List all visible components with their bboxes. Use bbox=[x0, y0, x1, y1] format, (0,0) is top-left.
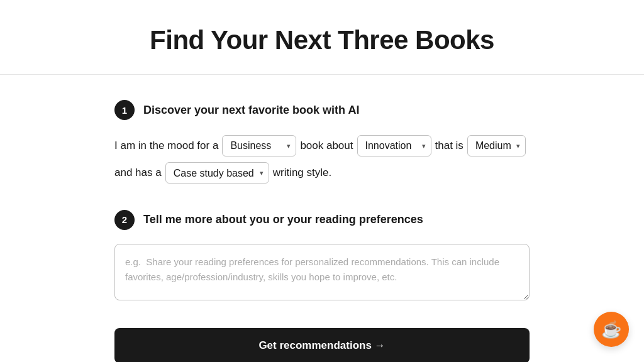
step2-title: Tell me more about you or your reading p… bbox=[143, 213, 423, 226]
reading-preferences-textarea[interactable] bbox=[114, 244, 530, 300]
buy-coffee-button[interactable]: ☕ bbox=[594, 312, 629, 347]
sentence-builder: I am in the mood for a Business Fiction … bbox=[114, 134, 530, 185]
genre-chevron-icon: ▾ bbox=[287, 138, 291, 153]
style-select-wrapper[interactable]: Case study based Narrative Academic Prac… bbox=[165, 162, 269, 184]
genre-select[interactable]: Business Fiction Non-Fiction Science His… bbox=[230, 140, 283, 151]
cta-label: Get recommendations → bbox=[258, 339, 385, 352]
textarea-container bbox=[114, 244, 530, 303]
get-recommendations-button[interactable]: Get recommendations → bbox=[114, 328, 530, 362]
page-header: Find Your Next Three Books bbox=[0, 0, 644, 75]
length-select-wrapper[interactable]: Short Medium Long ▾ bbox=[467, 135, 526, 156]
sentence-suffix3: writing style. bbox=[273, 161, 332, 184]
genre-select-wrapper[interactable]: Business Fiction Non-Fiction Science His… bbox=[222, 135, 296, 156]
step1-section: 1 Discover your next favorite book with … bbox=[114, 100, 530, 185]
step1-title: Discover your next favorite book with AI bbox=[143, 104, 359, 117]
topic-select-wrapper[interactable]: Innovation Leadership Marketing Finance … bbox=[357, 135, 431, 156]
step2-header: 2 Tell me more about you or your reading… bbox=[114, 210, 530, 230]
sentence-prefix: I am in the mood for a bbox=[114, 134, 218, 157]
sentence-suffix1: that is bbox=[435, 134, 464, 157]
topic-chevron-icon: ▾ bbox=[422, 138, 426, 153]
style-select[interactable]: Case study based Narrative Academic Prac… bbox=[174, 168, 256, 178]
step1-header: 1 Discover your next favorite book with … bbox=[114, 100, 530, 120]
length-chevron-icon: ▾ bbox=[516, 138, 520, 153]
page-title: Find Your Next Three Books bbox=[13, 25, 631, 55]
topic-select[interactable]: Innovation Leadership Marketing Finance … bbox=[365, 140, 418, 151]
cta-section: Get recommendations → bbox=[102, 328, 542, 362]
sentence-suffix2: and has a bbox=[114, 161, 162, 184]
length-select[interactable]: Short Medium Long bbox=[475, 140, 513, 151]
coffee-icon: ☕ bbox=[601, 320, 621, 339]
style-chevron-icon: ▾ bbox=[260, 165, 264, 180]
step2-section: 2 Tell me more about you or your reading… bbox=[114, 210, 530, 303]
sentence-middle: book about bbox=[300, 134, 353, 157]
step2-badge: 2 bbox=[114, 210, 135, 230]
step1-badge: 1 bbox=[114, 100, 135, 120]
